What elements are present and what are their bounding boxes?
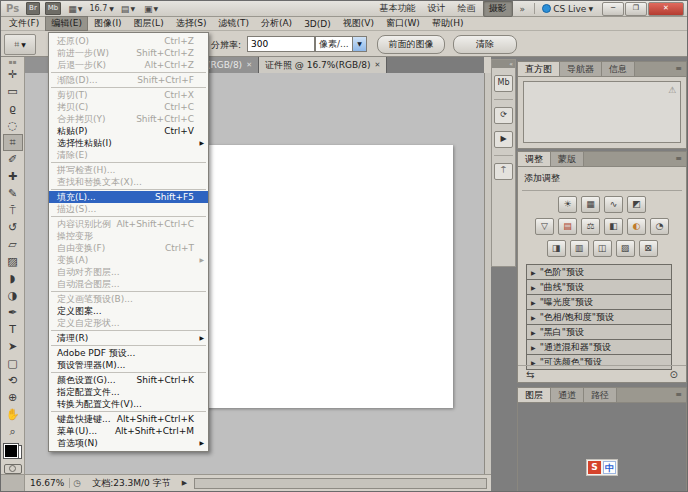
- menu-bar-item[interactable]: 滤镜(T): [212, 16, 255, 31]
- mini-bridge-panel-icon[interactable]: Mb: [494, 75, 513, 92]
- quick-mask-button[interactable]: [4, 464, 22, 474]
- edit-menu-item[interactable]: 后退一步(K) Alt+Ctrl+Z: [49, 59, 208, 71]
- edit-menu-item[interactable]: 键盘快捷键... Alt+Shift+Ctrl+K: [49, 413, 208, 425]
- hand-tool[interactable]: ✋: [3, 406, 23, 423]
- edit-menu-item[interactable]: [51, 189, 206, 190]
- menu-bar-item[interactable]: 图层(L): [128, 16, 170, 31]
- front-image-button[interactable]: 前面的图像: [377, 35, 445, 54]
- color-swatches[interactable]: [3, 443, 23, 460]
- panel-menu-icon[interactable]: ≡: [671, 152, 686, 166]
- channel-mixer-icon[interactable]: ◔: [650, 218, 669, 235]
- edit-menu-item[interactable]: 预设管理器(M)...: [49, 359, 208, 371]
- zoom-tool[interactable]: ⌕: [3, 423, 23, 440]
- rotate-view-tool[interactable]: ⟲: [3, 372, 23, 389]
- edit-menu-item[interactable]: 定义画笔预设(B)...: [49, 293, 208, 305]
- vertical-scrollbar[interactable]: [484, 73, 491, 476]
- ime-chinese-mode-icon[interactable]: 中: [603, 461, 616, 474]
- eyedropper-tool[interactable]: ✐: [3, 151, 23, 168]
- dodge-tool[interactable]: ◑: [3, 287, 23, 304]
- blur-tool[interactable]: ◗: [3, 270, 23, 287]
- posterize-icon[interactable]: ▥: [570, 240, 589, 257]
- close-button[interactable]: ✕: [648, 2, 684, 16]
- ime-sogou-icon[interactable]: S: [588, 461, 601, 474]
- preset-list-item[interactable]: ▶ "通道混和器"预设: [526, 339, 672, 355]
- edit-menu-item[interactable]: 拷贝(C) Ctrl+C: [49, 101, 208, 113]
- edit-menu-item[interactable]: 变换(A) ▶: [49, 254, 208, 266]
- workspace-overflow-button[interactable]: »: [518, 4, 528, 14]
- edit-menu-item[interactable]: 转换为配置文件(V)...: [49, 398, 208, 410]
- shape-tool[interactable]: ▢: [3, 355, 23, 372]
- edit-menu-item[interactable]: 合并拷贝(Y) Shift+Ctrl+C: [49, 113, 208, 125]
- workspace-button[interactable]: 基本功能: [375, 1, 421, 16]
- expand-arrow-icon[interactable]: ▶: [531, 269, 536, 276]
- threshold-icon[interactable]: ◫: [593, 240, 612, 257]
- edit-menu-item[interactable]: 粘贴(P) Ctrl+V: [49, 125, 208, 137]
- workspace-button[interactable]: 绘画: [453, 1, 481, 16]
- panel-menu-icon[interactable]: ≡: [671, 388, 686, 402]
- edit-menu-item[interactable]: 内容识别比例 Alt+Shift+Ctrl+C: [49, 218, 208, 230]
- expand-arrow-icon[interactable]: ▶: [531, 314, 536, 321]
- edit-menu-item[interactable]: [51, 330, 206, 331]
- tab-paths[interactable]: 路径: [584, 388, 617, 402]
- photo-filter-icon[interactable]: ◐: [627, 218, 646, 235]
- menu-bar-item[interactable]: 视图(V): [337, 16, 380, 31]
- preset-list-item[interactable]: ▶ "曲线"预设: [526, 279, 672, 295]
- vibrance-icon[interactable]: ▽: [535, 218, 554, 235]
- expand-arrow-icon[interactable]: ▶: [531, 329, 536, 336]
- menu-bar-item[interactable]: 选择(S): [170, 16, 213, 31]
- lasso-tool[interactable]: ϱ: [3, 100, 23, 117]
- tab-channels[interactable]: 通道: [551, 388, 584, 402]
- close-tab-icon[interactable]: ✕: [246, 61, 252, 69]
- tab-histogram[interactable]: 直方图: [518, 62, 560, 76]
- color-balance-icon[interactable]: ⚖: [581, 218, 600, 235]
- edit-menu-item[interactable]: 填充(L)... Shift+F5: [49, 191, 208, 203]
- menu-bar-item[interactable]: 分析(A): [255, 16, 298, 31]
- preset-list-item[interactable]: ▶ "黑白"预设: [526, 324, 672, 340]
- 3d-orbit-tool[interactable]: ⊕: [3, 389, 23, 406]
- clone-stamp-tool[interactable]: ⍑: [3, 202, 23, 219]
- edit-menu-item[interactable]: [51, 87, 206, 88]
- actions-panel-icon[interactable]: ▶: [494, 131, 513, 148]
- edit-menu-item[interactable]: 描边(S)...: [49, 203, 208, 215]
- status-zoom-field[interactable]: 16.67%: [25, 478, 70, 488]
- marquee-tool[interactable]: ▭: [3, 83, 23, 100]
- edit-menu-item[interactable]: 指定配置文件...: [49, 386, 208, 398]
- edit-menu-item[interactable]: 渐隐(D)... Shift+Ctrl+F: [49, 74, 208, 86]
- black-white-icon[interactable]: ◧: [604, 218, 623, 235]
- edit-menu-item[interactable]: 自由变换(F) Ctrl+T: [49, 242, 208, 254]
- resolution-unit-select[interactable]: 像素/... ▼: [315, 36, 367, 52]
- edit-menu-item[interactable]: [51, 372, 206, 373]
- clear-button[interactable]: 清除: [453, 35, 517, 54]
- document-tab-active[interactable]: 证件照 @ 16.7%(RGB/8) ✕: [259, 57, 387, 73]
- view-extras-button[interactable]: ▤ ▼: [119, 4, 137, 14]
- crop-tool[interactable]: ⌗: [3, 134, 23, 151]
- panel-grip[interactable]: ▪▪: [8, 60, 16, 64]
- status-options-arrow[interactable]: ▶: [179, 479, 190, 487]
- expand-arrow-icon[interactable]: ▶: [531, 344, 536, 351]
- menu-bar-item[interactable]: 3D(D): [298, 18, 337, 30]
- menu-bar-item[interactable]: 图像(I): [88, 16, 128, 31]
- path-selection-tool[interactable]: ➤: [3, 338, 23, 355]
- history-brush-tool[interactable]: ↺: [3, 219, 23, 236]
- selective-color-icon[interactable]: ⊠: [639, 240, 658, 257]
- launch-bridge-button[interactable]: Br: [26, 2, 40, 15]
- edit-menu-item[interactable]: 前进一步(W) Shift+Ctrl+Z: [49, 47, 208, 59]
- resolution-input[interactable]: [247, 36, 315, 52]
- edit-menu-item[interactable]: [51, 72, 206, 73]
- workspace-button[interactable]: 设计: [423, 1, 451, 16]
- edit-menu-item[interactable]: 拼写检查(H)...: [49, 164, 208, 176]
- preset-list-item[interactable]: ▶ "色阶"预设: [526, 264, 672, 280]
- edit-menu-item[interactable]: 还原(O) Ctrl+Z: [49, 35, 208, 47]
- edit-menu-item[interactable]: 选择性粘贴(I) ▶: [49, 137, 208, 149]
- gradient-tool[interactable]: ▨: [3, 253, 23, 270]
- tab-info[interactable]: 信息: [602, 62, 635, 76]
- cs-live-button[interactable]: CS Live ▼: [542, 4, 593, 14]
- gradient-map-icon[interactable]: ▨: [616, 240, 635, 257]
- levels-icon[interactable]: ▦: [581, 196, 600, 213]
- edit-menu-item[interactable]: 定义自定形状...: [49, 317, 208, 329]
- edit-menu-item[interactable]: 剪切(T) Ctrl+X: [49, 89, 208, 101]
- healing-brush-tool[interactable]: ✚: [3, 168, 23, 185]
- preset-list-item[interactable]: ▶ "色相/饱和度"预设: [526, 309, 672, 325]
- cached-data-warning-icon[interactable]: ⚠: [668, 85, 676, 95]
- eraser-tool[interactable]: ▱: [3, 236, 23, 253]
